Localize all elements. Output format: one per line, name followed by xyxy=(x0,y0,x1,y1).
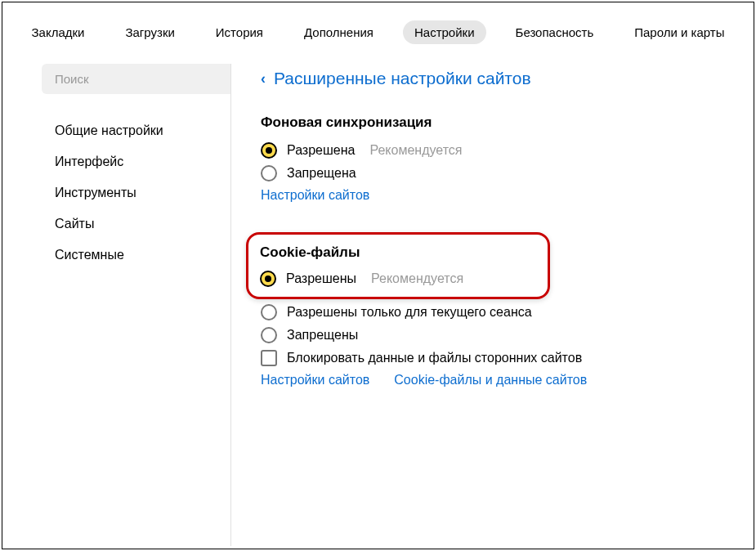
radio-off-icon xyxy=(261,304,277,320)
recommended-label: Рекомендуется xyxy=(371,271,463,286)
search-input[interactable]: Поиск xyxy=(42,64,230,94)
sidebar-item-system[interactable]: Системные xyxy=(42,240,230,271)
cookies-sites-link[interactable]: Настройки сайтов xyxy=(261,373,369,387)
tab-passwords[interactable]: Пароли и карты xyxy=(623,20,736,44)
cookies-session-option[interactable]: Разрешены только для текущего сеанса xyxy=(261,304,754,320)
bg-sync-section: Фоновая синхронизация Разрешена Рекоменд… xyxy=(261,114,754,203)
cookies-allowed-label: Разрешены xyxy=(286,271,356,286)
top-nav: Закладки Загрузки История Дополнения Нас… xyxy=(2,2,754,64)
sidebar: Поиск Общие настройки Интерфейс Инструме… xyxy=(42,64,231,546)
tab-settings[interactable]: Настройки xyxy=(403,20,486,44)
radio-on-icon xyxy=(261,142,277,159)
cookies-data-link[interactable]: Cookie-файлы и данные сайтов xyxy=(394,373,587,387)
cookies-highlight-box: Cookie-файлы Разрешены Рекомендуется xyxy=(246,232,550,299)
tab-downloads[interactable]: Загрузки xyxy=(114,20,186,44)
cookies-session-label: Разрешены только для текущего сеанса xyxy=(287,305,532,320)
sidebar-item-sites[interactable]: Сайты xyxy=(42,208,230,240)
bg-sync-disallowed-label: Запрещена xyxy=(287,166,356,181)
tab-extensions[interactable]: Дополнения xyxy=(293,20,385,44)
cookies-block-3p-label: Блокировать данные и файлы сторонних сай… xyxy=(287,351,582,365)
tab-bookmarks[interactable]: Закладки xyxy=(20,20,96,44)
radio-off-icon xyxy=(261,327,277,343)
bg-sync-title: Фоновая синхронизация xyxy=(261,114,754,131)
cookies-title: Cookie-файлы xyxy=(260,244,536,261)
back-link[interactable]: ‹ Расширенные настройки сайтов xyxy=(261,69,754,88)
recommended-label: Рекомендуется xyxy=(369,143,462,158)
radio-off-icon xyxy=(261,165,277,181)
tab-history[interactable]: История xyxy=(204,20,275,44)
bg-sync-allowed-label: Разрешена xyxy=(287,143,355,158)
cookies-blocked-label: Запрещены xyxy=(287,328,358,343)
tab-security[interactable]: Безопасность xyxy=(504,20,606,44)
cookies-block-third-party-option[interactable]: Блокировать данные и файлы сторонних сай… xyxy=(261,350,754,366)
bg-sync-sites-link[interactable]: Настройки сайтов xyxy=(261,188,369,203)
cookies-section: Cookie-файлы Разрешены Рекомендуется Раз… xyxy=(261,232,754,387)
chevron-left-icon: ‹ xyxy=(261,70,266,87)
back-label: Расширенные настройки сайтов xyxy=(274,69,531,88)
sidebar-item-tools[interactable]: Инструменты xyxy=(42,177,230,208)
bg-sync-disallowed-option[interactable]: Запрещена xyxy=(261,165,754,181)
radio-on-icon xyxy=(260,271,276,287)
sidebar-item-general[interactable]: Общие настройки xyxy=(42,115,230,146)
cookies-blocked-option[interactable]: Запрещены xyxy=(261,327,754,343)
cookies-allowed-option[interactable]: Разрешены Рекомендуется xyxy=(260,271,536,287)
sidebar-item-interface[interactable]: Интерфейс xyxy=(42,146,230,177)
checkbox-off-icon xyxy=(261,350,277,366)
main-panel: ‹ Расширенные настройки сайтов Фоновая с… xyxy=(231,64,754,546)
bg-sync-allowed-option[interactable]: Разрешена Рекомендуется xyxy=(261,142,754,159)
